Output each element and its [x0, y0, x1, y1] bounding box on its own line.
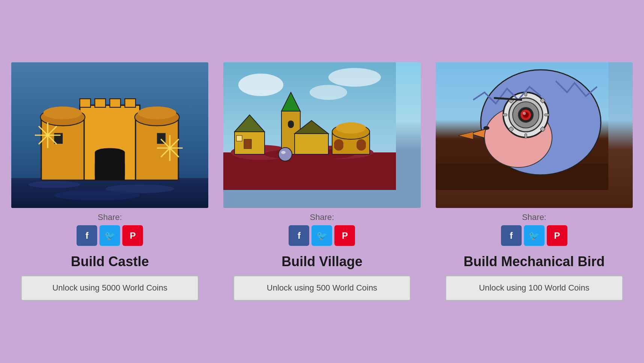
bird-image	[436, 62, 633, 208]
castle-title: Build Castle	[71, 253, 149, 270]
castle-social-buttons: f 🐦 P	[77, 225, 143, 246]
svg-rect-75	[503, 114, 507, 116]
svg-point-39	[310, 85, 347, 100]
svg-rect-8	[80, 99, 91, 107]
svg-point-59	[281, 151, 286, 154]
svg-point-58	[278, 148, 292, 161]
svg-rect-46	[244, 139, 251, 149]
svg-point-38	[328, 68, 381, 87]
village-twitter-button[interactable]: 🐦	[311, 225, 332, 246]
svg-rect-76	[545, 114, 549, 116]
castle-pinterest-button[interactable]: P	[122, 225, 143, 246]
svg-rect-47	[236, 136, 242, 141]
svg-point-15	[138, 106, 176, 119]
card-village: Share: f 🐦 P Build Village Unlock using …	[220, 59, 424, 304]
bird-facebook-button[interactable]: f	[501, 225, 522, 246]
svg-rect-57	[357, 139, 366, 151]
castle-image	[11, 62, 208, 208]
castle-twitter-button[interactable]: 🐦	[99, 225, 120, 246]
bird-pinterest-button[interactable]: P	[547, 225, 567, 246]
svg-rect-9	[95, 99, 106, 107]
svg-rect-17	[95, 163, 125, 180]
svg-rect-7	[135, 118, 178, 180]
svg-rect-74	[525, 134, 527, 138]
svg-rect-56	[334, 139, 343, 151]
svg-point-37	[238, 74, 283, 96]
village-social-buttons: f 🐦 P	[289, 225, 355, 246]
svg-point-4	[54, 190, 140, 200]
svg-rect-10	[110, 99, 121, 107]
card-bird: Share: f 🐦 P Build Mechanical Bird Unloc…	[432, 59, 636, 304]
bird-share-label: Share:	[522, 212, 546, 222]
card-castle: Share: f 🐦 P Build Castle Unlock using 5…	[8, 59, 212, 304]
village-share-label: Share:	[310, 212, 334, 222]
svg-point-13	[44, 106, 82, 119]
svg-rect-11	[125, 99, 136, 107]
svg-point-2	[29, 181, 80, 188]
castle-share-label: Share:	[98, 212, 122, 222]
svg-point-72	[523, 112, 526, 115]
village-facebook-button[interactable]: f	[289, 225, 309, 246]
bird-title: Build Mechanical Bird	[463, 253, 605, 270]
svg-point-82	[483, 126, 489, 130]
village-unlock-button[interactable]: Unlock using 500 World Coins	[233, 276, 411, 301]
svg-rect-50	[288, 120, 294, 128]
bird-twitter-button[interactable]: 🐦	[524, 225, 545, 246]
village-image	[223, 62, 420, 208]
svg-rect-51	[295, 134, 328, 154]
village-title: Build Village	[281, 253, 362, 270]
svg-point-55	[336, 122, 366, 134]
village-pinterest-button[interactable]: P	[334, 225, 355, 246]
bird-unlock-button[interactable]: Unlock using 100 World Coins	[445, 276, 623, 301]
bird-social-buttons: f 🐦 P	[501, 225, 567, 246]
card-grid: Share: f 🐦 P Build Castle Unlock using 5…	[8, 59, 636, 304]
castle-unlock-button[interactable]: Unlock using 5000 World Coins	[21, 276, 199, 301]
castle-facebook-button[interactable]: f	[77, 225, 97, 246]
